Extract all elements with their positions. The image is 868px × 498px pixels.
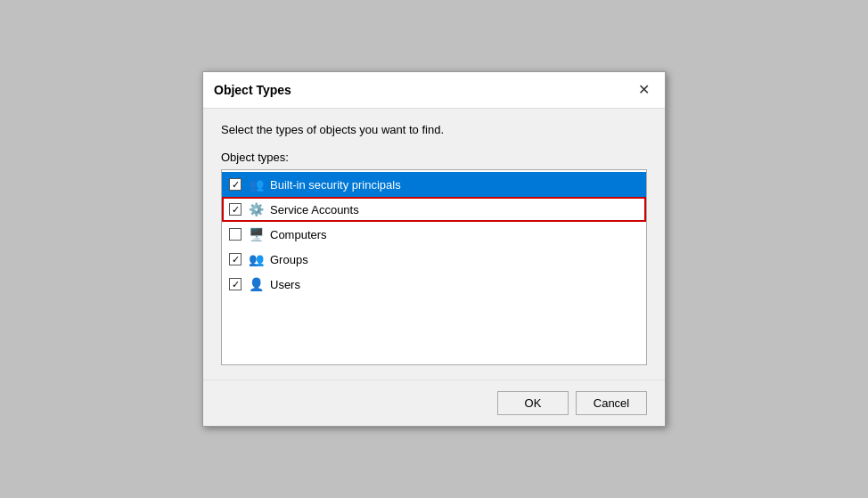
groups-icon: 👥 [247,250,265,268]
instruction-text: Select the types of objects you want to … [221,123,647,136]
checkbox-service-accounts[interactable] [229,203,242,216]
service-icon: ⚙️ [247,200,265,218]
dialog-title: Object Types [214,83,291,97]
dialog-body: Select the types of objects you want to … [203,109,665,380]
ok-button[interactable]: OK [497,391,569,415]
object-types-dialog: Object Types ✕ Select the types of objec… [202,71,666,427]
section-label: Object types: [221,151,647,164]
item-label-service-accounts: Service Accounts [270,203,359,216]
list-item-groups[interactable]: 👥Groups [222,247,646,272]
security-icon: 👥 [247,176,265,193]
computer-icon: 🖥️ [247,225,265,243]
checkbox-users[interactable] [229,278,242,290]
title-bar: Object Types ✕ [203,72,665,109]
list-item-users[interactable]: 👤Users [222,272,646,297]
list-item-built-in[interactable]: 👥Built-in security principals [222,172,646,197]
item-label-computers: Computers [270,228,327,241]
checkbox-computers[interactable] [229,228,242,241]
list-item-service-accounts[interactable]: ⚙️Service Accounts [222,197,646,222]
object-types-listbox[interactable]: 👥Built-in security principals⚙️Service A… [221,169,647,365]
item-label-groups: Groups [270,253,308,266]
checkbox-built-in[interactable] [229,178,242,191]
dialog-footer: OK Cancel [203,380,665,426]
item-label-built-in: Built-in security principals [270,178,401,192]
checkbox-groups[interactable] [229,253,242,265]
close-button[interactable]: ✕ [633,79,654,101]
item-label-users: Users [270,278,300,291]
list-item-computers[interactable]: 🖥️Computers [222,222,646,247]
users-icon: 👤 [247,275,265,293]
cancel-button[interactable]: Cancel [576,391,647,415]
